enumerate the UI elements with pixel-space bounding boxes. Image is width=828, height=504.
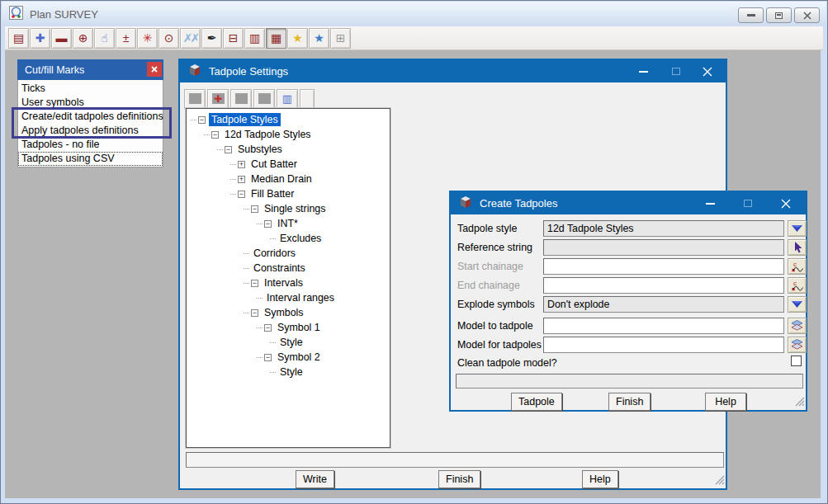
expand-icon[interactable]: + [238,161,245,168]
minimize-button[interactable] [738,7,764,23]
resize-grip[interactable] [714,474,725,488]
tadpole-button[interactable]: Tadpole [511,393,562,411]
collapse-icon[interactable]: − [198,116,206,124]
pan-button[interactable]: ☝ [94,28,115,49]
main-titlebar[interactable]: Plan SURVEY [2,2,826,26]
tree-item-12d-tadpole-styles[interactable]: −12d Tadpole Styles [187,127,390,142]
zoom-prev-button[interactable]: ⊙ [159,28,179,49]
end-chainage-field[interactable] [543,277,784,294]
collapse-icon[interactable]: − [251,280,258,287]
clean-tadpole-model-checkbox[interactable] [791,356,802,366]
finish-button[interactable]: Finish [608,393,651,411]
finish-button[interactable]: Finish [438,470,480,488]
cutfill-titlebar[interactable]: Cut/fill Marks [17,59,163,80]
print-button[interactable]: ⊟ [223,28,244,49]
minimize-button[interactable] [634,60,652,82]
minimize-button[interactable] [701,192,719,214]
menu-item-user-symbols[interactable]: User symbols [18,96,163,110]
zoom-extents-button[interactable]: ⊕ [73,28,93,49]
collapse-icon[interactable]: − [251,309,258,317]
delete-button[interactable]: ✗✗ [180,28,201,49]
blank-3-button[interactable] [253,89,275,109]
grid-button[interactable]: ▦ [266,28,286,49]
blank-1-button[interactable] [184,89,206,109]
create-tadpoles-titlebar[interactable]: Create Tadpoles [451,192,806,214]
resize-grip[interactable] [794,396,805,409]
zoom-range-button[interactable]: ± [116,28,136,49]
collapse-icon[interactable]: − [264,354,272,361]
collapse-icon[interactable]: − [211,131,219,139]
expand-icon[interactable]: + [238,176,245,183]
help-button[interactable]: Help [582,470,618,488]
menu-item-tadpoles-using-csv[interactable]: Tadpoles using CSV [18,152,163,166]
tree-item-corridors[interactable]: Corridors [187,246,390,261]
start-chainage-field-chainage-button[interactable]: c [788,258,807,275]
collapse-icon[interactable]: − [225,146,232,153]
tree-item-int-[interactable]: −INT* [187,216,390,231]
blue-star-icon: ★ [314,32,324,44]
tree-item-cut-batter[interactable]: +Cut Batter [187,157,390,172]
tree-item-style[interactable]: Style [187,365,390,379]
tree-item-symbol-1[interactable]: −Symbol 1 [187,320,390,335]
tadpole-settings-titlebar[interactable]: Tadpole Settings [180,60,726,82]
reference-string-field-pick-button[interactable] [788,239,807,256]
close-button[interactable] [794,7,820,23]
tree-item-label: Fill Batter [248,187,296,200]
start-chainage-field[interactable] [543,258,784,275]
tree-item-substyles[interactable]: −Substyles [187,142,390,157]
write-button[interactable]: Write [296,470,334,488]
copy-button[interactable]: ▥ [244,28,265,49]
explode-symbols-field-dropdown-button[interactable] [788,296,807,313]
tadpole-style-field-dropdown-button[interactable] [788,220,807,237]
help-button[interactable]: Help [705,393,746,411]
zoom-in-button[interactable]: ✚ [30,28,50,49]
favourites-button[interactable]: ★ [287,28,308,49]
collapse-icon[interactable]: − [238,191,245,198]
menu-item-apply-tadpoles[interactable]: Apply tadpoles definitions [18,124,163,138]
collapse-icon[interactable]: − [264,220,272,228]
tree-item-tadpole-styles[interactable]: −Tadpole Styles [187,112,390,127]
tree-item-single-strings[interactable]: −Single strings [187,201,390,216]
add-node-button[interactable]: ✚ [207,89,229,109]
tile-views-button[interactable]: ⊞ [330,28,351,49]
zoom-out-button[interactable]: ▬ [51,28,72,49]
menu-item-create-edit-tadpoles[interactable]: Create/edit tadpoles definitions [18,110,163,124]
save-button[interactable]: ▤ [8,28,29,49]
more-button[interactable] [300,89,315,109]
draw-button[interactable]: ✒ [201,28,222,49]
tree-connector [257,298,263,299]
tree-item-median-drain[interactable]: +Median Drain [187,172,390,186]
tadpole-style-field[interactable]: 12d Tadpole Styles [543,220,784,237]
tile-icon: ⊞ [336,32,346,44]
menu-item-ticks[interactable]: Ticks [18,82,163,96]
tree-item-style[interactable]: Style [187,335,390,350]
tree-connector [217,149,223,150]
tree-item-symbols[interactable]: −Symbols [187,305,390,320]
collapse-icon[interactable]: − [251,205,258,213]
blank-2-button[interactable] [230,89,252,109]
tree-item-intervals[interactable]: −Intervals [187,276,390,290]
menu-item-tadpoles-no-file[interactable]: Tadpoles - no file [18,138,163,152]
tree-item-symbol-2[interactable]: −Symbol 2 [187,350,390,365]
close-button[interactable] [777,192,795,214]
copy-button[interactable]: ▥ [277,89,298,109]
maximize-button[interactable] [667,60,685,82]
tree-item-fill-batter[interactable]: −Fill Batter [187,186,390,201]
model-to-tadpole-field[interactable] [543,318,784,334]
model-for-tadpoles-field-model-button[interactable] [788,337,807,353]
restore-button[interactable] [766,7,792,23]
explode-symbols-field[interactable]: Don't explode [543,296,784,313]
tree-item-excludes[interactable]: Excludes [187,231,390,246]
tree-item-interval-ranges[interactable]: Interval ranges [187,290,390,305]
reference-string-field[interactable] [543,239,784,256]
model-to-tadpole-field-model-button[interactable] [788,318,807,334]
tree-item-constraints[interactable]: Constraints [187,261,390,276]
maximize-button[interactable] [739,192,757,214]
cutfill-close-button[interactable] [147,62,162,77]
model-for-tadpoles-field[interactable] [543,337,784,353]
zoom-centre-button[interactable]: ✳ [137,28,158,49]
end-chainage-field-chainage-button[interactable]: c [788,277,807,294]
snap-star-button[interactable]: ★ [309,28,329,49]
close-button[interactable] [698,60,717,82]
collapse-icon[interactable]: − [264,324,272,332]
